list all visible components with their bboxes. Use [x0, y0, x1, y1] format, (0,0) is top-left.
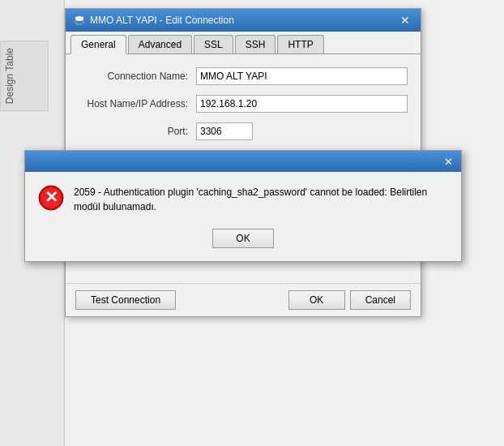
error-body: ✕ 2059 - Authentication plugin 'caching_…	[25, 172, 461, 224]
main-dialog-close-button[interactable]: ✕	[398, 13, 412, 28]
connection-name-label: Connection Name:	[79, 71, 196, 82]
tab-ssl[interactable]: SSL	[194, 35, 233, 54]
error-message: 2059 - Authentication plugin 'caching_sh…	[74, 185, 448, 214]
host-label: Host Name/IP Address:	[79, 98, 196, 109]
title-bar: MMO ALT YAPI - Edit Connection ✕	[66, 9, 421, 32]
sidebar-label: Design Table	[0, 41, 49, 111]
svg-text:✕: ✕	[45, 188, 58, 206]
dialog-title: MMO ALT YAPI - Edit Connection	[90, 15, 234, 26]
host-row: Host Name/IP Address:	[79, 95, 408, 113]
port-input[interactable]	[196, 122, 253, 140]
tab-http[interactable]: HTTP	[277, 35, 323, 54]
port-label: Port:	[79, 126, 196, 137]
port-row: Port:	[79, 122, 408, 140]
tab-advanced[interactable]: Advanced	[128, 35, 192, 54]
app-background: Design Table MMO ALT YAPI - Edit Connect…	[0, 0, 504, 446]
tab-general[interactable]: General	[70, 35, 126, 54]
title-bar-left: MMO ALT YAPI - Edit Connection	[74, 15, 234, 26]
connection-name-input[interactable]	[196, 67, 408, 85]
ok-button[interactable]: OK	[288, 290, 345, 310]
dialog-footer: Test Connection OK Cancel	[66, 283, 421, 316]
test-connection-button[interactable]: Test Connection	[75, 290, 176, 310]
tab-ssh[interactable]: SSH	[235, 35, 276, 54]
db-icon	[74, 15, 85, 26]
error-title-bar: ✕	[25, 151, 461, 172]
error-footer: OK	[25, 224, 461, 261]
error-close-button[interactable]: ✕	[442, 155, 455, 168]
error-icon: ✕	[38, 185, 64, 211]
cancel-button[interactable]: Cancel	[350, 290, 411, 310]
connection-name-row: Connection Name:	[79, 67, 408, 85]
ok-cancel-group: OK Cancel	[288, 290, 411, 310]
error-ok-button[interactable]: OK	[212, 229, 273, 248]
error-dialog: ✕ ✕ 2059 - Authentication plugin 'cachin…	[24, 150, 462, 262]
host-input[interactable]	[196, 95, 408, 113]
tab-bar: General Advanced SSL SSH HTTP	[66, 32, 421, 54]
